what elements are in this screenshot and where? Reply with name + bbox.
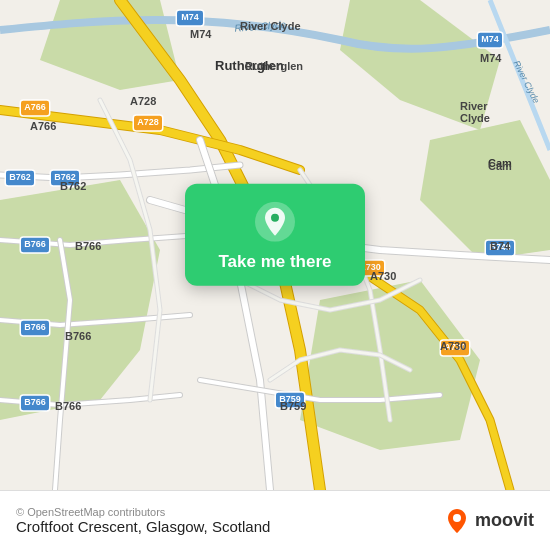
take-me-there-button[interactable]: Take me there xyxy=(218,252,331,272)
location-info: © OpenStreetMap contributors Croftfoot C… xyxy=(16,506,270,535)
moovit-logo: moovit xyxy=(443,507,534,535)
map-container: M74 M74 Rutherglen B762 A766 B766 B766 B… xyxy=(0,0,550,490)
bottom-bar: © OpenStreetMap contributors Croftfoot C… xyxy=(0,490,550,550)
location-name: Croftfoot Crescent, Glasgow, Scotland xyxy=(16,518,270,535)
location-name-text: Croftfoot Crescent, Glasgow xyxy=(16,518,204,535)
svg-point-2 xyxy=(453,514,461,522)
location-pin-icon xyxy=(255,202,295,242)
svg-point-1 xyxy=(271,214,279,222)
location-region-text: Scotland xyxy=(212,518,270,535)
moovit-pin-icon xyxy=(443,507,471,535)
moovit-text: moovit xyxy=(475,510,534,531)
navigation-popup[interactable]: Take me there xyxy=(185,184,365,286)
copyright-text: © OpenStreetMap contributors xyxy=(16,506,270,518)
